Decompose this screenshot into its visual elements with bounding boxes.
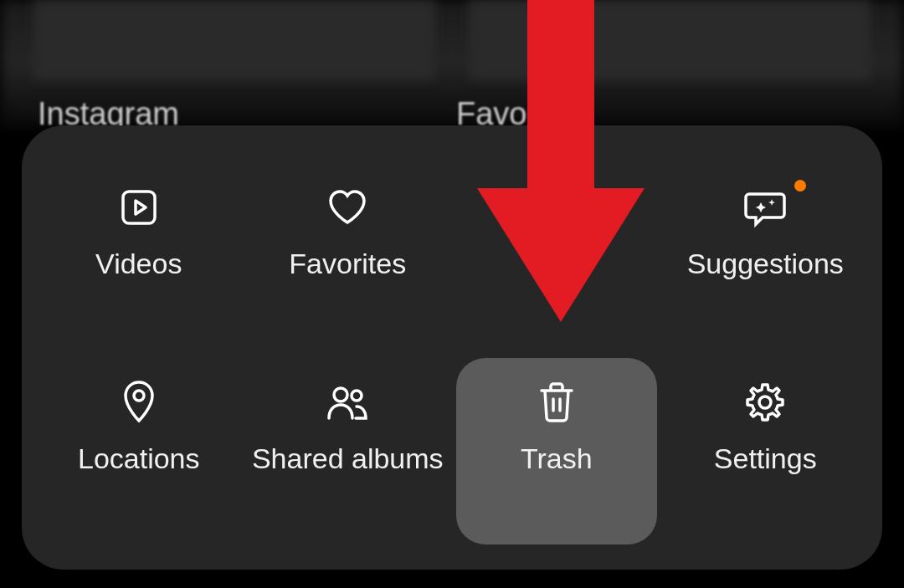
menu-item-suggestions[interactable]: Suggestions <box>665 163 866 350</box>
svg-point-6 <box>759 396 771 408</box>
menu-item-trash[interactable]: Trash <box>456 358 657 545</box>
menu-item-videos[interactable]: Videos <box>39 163 239 350</box>
menu-item-locations[interactable]: Locations <box>39 358 239 545</box>
menu-item-label: Shared albums <box>252 442 444 476</box>
svg-point-2 <box>334 388 347 401</box>
menu-item-label: Settings <box>714 442 817 476</box>
menu-item-label: Trash <box>521 442 593 476</box>
menu-item-label: Favorites <box>289 247 406 281</box>
heart-icon <box>326 184 369 230</box>
svg-point-1 <box>134 391 144 401</box>
menu-item-shared-albums[interactable]: Shared albums <box>248 358 449 545</box>
menu-sheet: Videos Favorites Suggest <box>22 125 882 570</box>
location-pin-icon <box>122 379 156 425</box>
trash-icon <box>537 379 577 425</box>
svg-point-3 <box>352 391 362 401</box>
menu-item-favorites[interactable]: Favorites <box>248 163 449 350</box>
svg-rect-0 <box>123 192 155 223</box>
menu-item-label: Suggestions <box>687 247 844 281</box>
menu-item-label: Videos <box>95 247 182 281</box>
album-thumbnail <box>33 0 435 79</box>
menu-grid: Videos Favorites Suggest <box>39 163 865 545</box>
suggestions-icon <box>742 184 788 230</box>
menu-item-settings[interactable]: Settings <box>665 358 866 545</box>
gear-icon <box>744 379 786 425</box>
videos-icon <box>119 184 159 230</box>
menu-item-label: Locations <box>78 442 200 476</box>
people-icon <box>326 379 369 425</box>
annotation-arrow <box>477 0 645 330</box>
notification-badge <box>794 180 806 192</box>
